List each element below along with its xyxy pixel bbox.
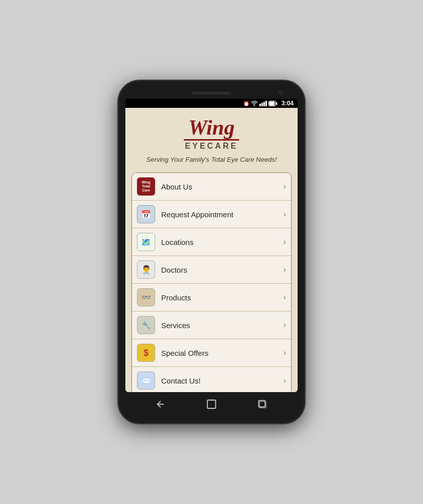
menu-item-locations[interactable]: 🗺️ Locations › bbox=[132, 228, 291, 256]
brand-eyecare-text: EYECARE bbox=[130, 142, 293, 151]
products-chevron-icon: › bbox=[284, 293, 286, 302]
status-bar: ⏰ bbox=[125, 99, 298, 108]
appointment-chevron-icon: › bbox=[284, 210, 286, 219]
menu-item-products[interactable]: 👓 Products › bbox=[132, 284, 291, 311]
contact-us-label: Contact Us! bbox=[161, 376, 284, 385]
brand-underline bbox=[184, 139, 239, 141]
services-icon: 🔧 bbox=[137, 316, 155, 334]
menu-item-contact-us[interactable]: ✉️ Contact Us! › bbox=[132, 367, 291, 392]
menu-container: WingTotalCare About Us › 📅 Request Appoi… bbox=[131, 172, 292, 392]
locations-label: Locations bbox=[161, 238, 284, 246]
about-us-label: About Us bbox=[161, 182, 284, 191]
calendar-icon-glyph: 📅 bbox=[141, 210, 151, 219]
services-icon-glyph: 🔧 bbox=[142, 321, 151, 329]
brand-wing-text: Wing bbox=[130, 117, 293, 138]
menu-item-request-appointment[interactable]: 📅 Request Appointment › bbox=[132, 201, 291, 228]
status-icons: ⏰ bbox=[243, 100, 277, 107]
special-offers-chevron-icon: › bbox=[284, 348, 286, 357]
battery-icon bbox=[268, 101, 277, 106]
home-button[interactable] bbox=[204, 397, 219, 411]
status-time: 3:04 bbox=[281, 100, 294, 107]
special-offers-icon: $ bbox=[137, 344, 155, 362]
menu-card: WingTotalCare About Us › 📅 Request Appoi… bbox=[131, 172, 292, 392]
products-icon: 👓 bbox=[137, 288, 155, 306]
wifi-icon bbox=[251, 100, 258, 107]
products-label: Products bbox=[161, 293, 284, 302]
doctors-label: Doctors bbox=[161, 266, 284, 274]
app-header: Wing EYECARE Serving Your Family's Total… bbox=[125, 108, 298, 168]
doctors-icon: 👨‍⚕️ bbox=[137, 261, 155, 279]
doctors-chevron-icon: › bbox=[284, 265, 286, 274]
locations-chevron-icon: › bbox=[284, 237, 286, 246]
app-content: Wing EYECARE Serving Your Family's Total… bbox=[125, 108, 298, 392]
contact-us-icon: ✉️ bbox=[137, 371, 155, 390]
signal-bars-icon bbox=[259, 101, 267, 106]
about-us-icon-inner: WingTotalCare bbox=[142, 180, 150, 192]
front-camera bbox=[278, 90, 284, 95]
back-button[interactable] bbox=[154, 397, 168, 411]
home-icon bbox=[206, 399, 217, 410]
alarm-icon: ⏰ bbox=[243, 101, 249, 106]
tagline-text: Serving Your Family's Total Eye Care Nee… bbox=[130, 156, 293, 163]
svg-point-0 bbox=[254, 105, 254, 106]
recents-button[interactable] bbox=[255, 397, 269, 411]
locations-icon: 🗺️ bbox=[137, 233, 155, 251]
phone-top-bar bbox=[125, 88, 298, 99]
special-offers-label: Special Offers bbox=[161, 349, 284, 357]
about-us-icon: WingTotalCare bbox=[137, 177, 155, 196]
services-chevron-icon: › bbox=[284, 321, 286, 330]
map-icon-glyph: 🗺️ bbox=[141, 237, 151, 247]
recents-icon bbox=[257, 399, 268, 410]
phone-screen: ⏰ bbox=[125, 99, 298, 392]
menu-item-about-us[interactable]: WingTotalCare About Us › bbox=[132, 173, 291, 201]
phone-bottom-bar bbox=[125, 392, 298, 416]
speaker-grille bbox=[191, 91, 232, 95]
appointment-label: Request Appointment bbox=[161, 210, 284, 219]
phone-device: ⏰ bbox=[118, 81, 305, 423]
svg-rect-3 bbox=[276, 102, 277, 105]
doctor-icon-glyph: 👨‍⚕️ bbox=[141, 265, 152, 275]
appointment-icon: 📅 bbox=[137, 205, 155, 223]
menu-item-doctors[interactable]: 👨‍⚕️ Doctors › bbox=[132, 256, 291, 284]
dollar-icon-glyph: $ bbox=[144, 348, 149, 358]
svg-rect-4 bbox=[207, 400, 216, 409]
glasses-icon-glyph: 👓 bbox=[142, 293, 151, 302]
services-label: Services bbox=[161, 321, 284, 330]
about-us-chevron-icon: › bbox=[284, 182, 286, 191]
mail-icon-glyph: ✉️ bbox=[142, 376, 151, 385]
back-icon bbox=[155, 399, 166, 410]
menu-item-special-offers[interactable]: $ Special Offers › bbox=[132, 339, 291, 367]
contact-us-chevron-icon: › bbox=[284, 376, 286, 385]
svg-rect-2 bbox=[269, 101, 274, 105]
menu-item-services[interactable]: 🔧 Services › bbox=[132, 311, 291, 339]
